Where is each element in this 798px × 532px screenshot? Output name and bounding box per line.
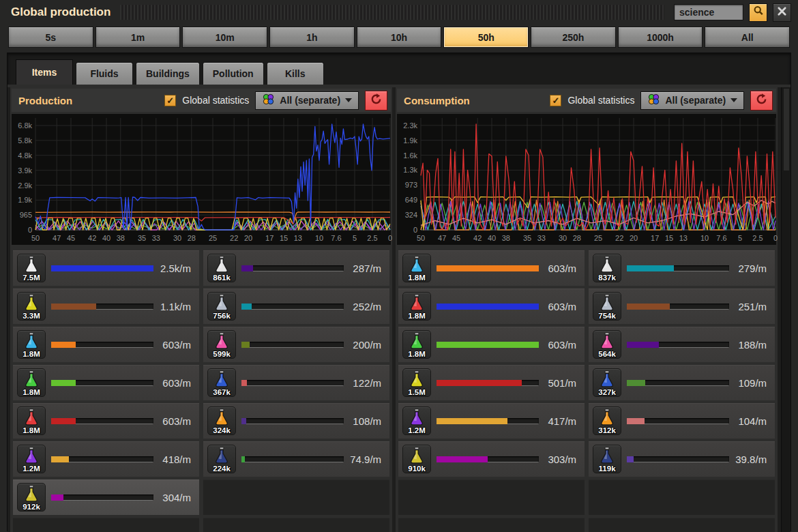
item-rate: 603/m	[159, 377, 191, 389]
item-progress-bar	[437, 304, 539, 310]
title-bar: Global production	[0, 0, 798, 25]
science-pack-pink-icon: 564k	[593, 330, 621, 359]
tab-kills[interactable]: Kills	[267, 62, 324, 85]
item-row-automation-science-pack[interactable]: 1.8M603/m	[13, 403, 199, 439]
time-button-10h[interactable]: 10h	[357, 27, 442, 48]
global-statistics-checkbox[interactable]: ✓	[550, 95, 561, 106]
item-count: 599k	[208, 350, 235, 358]
science-pack-blue-icon: 367k	[207, 368, 236, 397]
item-row-space-science-pack[interactable]: 7.5M2.5k/m	[13, 250, 199, 286]
science-pack-gray-icon: 756k	[207, 292, 236, 321]
global-statistics-checkbox[interactable]: ✓	[164, 95, 176, 106]
item-row-science-pack-blue[interactable]: 367k122/m	[203, 365, 389, 400]
tab-fluids[interactable]: Fluids	[76, 62, 133, 85]
item-row-science-pack-orange[interactable]: 324k108/m	[203, 403, 389, 439]
vertical-scrollbar[interactable]	[781, 87, 790, 532]
military-science-pack-icon: 910k	[402, 445, 431, 473]
item-row-science-pack-gray[interactable]: 756k252/m	[203, 289, 389, 324]
item-row-science-pack-pink[interactable]: 599k200/m	[203, 327, 389, 362]
item-row-science-pack-blue[interactable]: 327k109/m	[589, 365, 775, 400]
item-row-utility-science-pack[interactable]: 3.3M1.1k/m	[13, 289, 199, 324]
search-icon	[752, 5, 765, 20]
item-row-science-pack-white[interactable]: 861k287/m	[203, 250, 389, 286]
item-row-military-science-pack[interactable]: 912k304/m	[13, 479, 199, 515]
tab-content: Production ✓ Global statistics All (sepa…	[8, 85, 790, 532]
item-row-logistic-science-pack[interactable]: 1.8M603/m	[398, 327, 585, 362]
item-count: 1.5M	[403, 388, 430, 396]
production-reset-button[interactable]	[365, 91, 387, 110]
item-row-science-pack-pink[interactable]: 564k188/m	[589, 327, 775, 362]
item-rate: 603/m	[544, 339, 576, 351]
item-row-science-pack-orange[interactable]: 312k104/m	[589, 403, 775, 439]
item-column: 837k279/m754k251/m564k188/m327k109/m312k…	[589, 250, 775, 532]
time-button-50h[interactable]: 50h	[443, 27, 529, 48]
svg-text:973: 973	[405, 181, 417, 189]
empty-row-slot	[203, 518, 389, 532]
svg-text:47: 47	[438, 234, 446, 242]
item-rate: 603/m	[159, 415, 191, 427]
item-row-military-science-pack[interactable]: 910k303/m	[398, 441, 585, 477]
empty-row-slot	[398, 479, 585, 515]
item-count: 912k	[18, 503, 45, 511]
svg-text:13: 13	[679, 234, 688, 242]
empty-row-slot	[398, 518, 585, 532]
item-count: 910k	[403, 464, 430, 473]
science-pack-gray-icon: 754k	[593, 292, 621, 321]
tab-pollution[interactable]: Pollution	[203, 62, 264, 85]
svg-text:45: 45	[452, 234, 460, 242]
item-column: 1.8M603/m1.8M603/m1.8M603/m1.5M501/m1.2M…	[398, 250, 585, 532]
consumption-filter-label: All (separate)	[665, 95, 726, 106]
svg-text:2.3k: 2.3k	[403, 121, 417, 130]
time-button-1m[interactable]: 1m	[95, 27, 181, 48]
item-progress-bar	[241, 418, 344, 424]
time-button-all[interactable]: All	[705, 27, 790, 48]
tab-items[interactable]: Items	[16, 59, 73, 85]
tab-buildings[interactable]: Buildings	[136, 62, 200, 85]
time-button-1h[interactable]: 1h	[269, 27, 355, 48]
item-progress-bar	[627, 456, 729, 462]
scrollbar-thumb[interactable]	[784, 89, 789, 171]
item-progress-bar	[437, 418, 539, 424]
item-row-production-science-pack[interactable]: 1.2M418/m	[13, 441, 199, 477]
consumption-filter-dropdown[interactable]: All (separate)	[640, 91, 744, 110]
svg-text:15: 15	[665, 234, 673, 242]
item-row-science-pack-navy[interactable]: 224k74.9/m	[203, 441, 389, 477]
svg-text:5: 5	[738, 234, 742, 242]
consumption-reset-button[interactable]	[750, 91, 773, 110]
search-button[interactable]	[749, 3, 767, 22]
svg-text:42: 42	[88, 234, 96, 242]
item-row-science-pack-gray[interactable]: 754k251/m	[589, 289, 775, 324]
item-rate: 104/m	[735, 415, 767, 427]
item-rate: 200/m	[349, 339, 381, 351]
item-count: 1.8M	[18, 388, 45, 396]
svg-text:17: 17	[265, 234, 274, 242]
item-row-chemical-science-pack[interactable]: 1.8M603/m	[398, 250, 585, 286]
svg-text:13: 13	[294, 234, 302, 242]
science-pack-white-icon: 861k	[207, 254, 236, 282]
search-input[interactable]	[674, 4, 743, 20]
item-progress-bar	[51, 342, 153, 348]
close-button[interactable]	[773, 3, 791, 22]
item-row-production-science-pack[interactable]: 1.2M417/m	[398, 403, 585, 439]
time-button-5s[interactable]: 5s	[8, 27, 93, 48]
item-row-science-pack-navy[interactable]: 119k39.8/m	[589, 441, 775, 477]
item-count: 1.8M	[403, 274, 430, 282]
svg-text:3.9k: 3.9k	[18, 166, 32, 175]
item-row-chemical-science-pack[interactable]: 1.8M603/m	[13, 327, 199, 362]
drag-handle[interactable]	[120, 5, 664, 20]
item-row-science-pack-white[interactable]: 837k279/m	[589, 250, 775, 286]
item-progress-bar	[51, 456, 153, 462]
item-progress-bar	[627, 304, 729, 310]
consumption-title: Consumption	[404, 95, 470, 106]
item-row-automation-science-pack[interactable]: 1.8M603/m	[398, 289, 585, 324]
time-button-10m[interactable]: 10m	[182, 27, 267, 48]
time-button-250h[interactable]: 250h	[531, 27, 616, 48]
space-science-pack-icon: 7.5M	[17, 254, 46, 282]
item-row-utility-science-pack[interactable]: 1.5M501/m	[398, 365, 585, 400]
time-button-1000h[interactable]: 1000h	[618, 27, 703, 48]
item-row-logistic-science-pack[interactable]: 1.8M603/m	[13, 365, 199, 400]
time-range-buttons: 5s1m10m1h10h50h250h1000hAll	[0, 25, 798, 53]
production-filter-dropdown[interactable]: All (separate)	[255, 91, 359, 110]
science-pack-orange-icon: 312k	[593, 407, 621, 435]
science-pack-navy-icon: 224k	[207, 445, 236, 473]
